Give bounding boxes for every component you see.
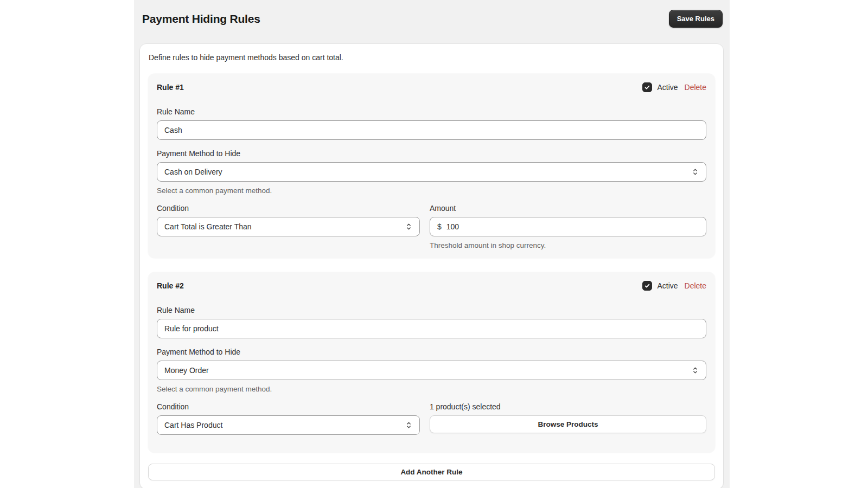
chevron-up-down-icon — [405, 223, 412, 230]
rule-1-name-field: Rule Name — [157, 107, 706, 140]
rule-2-title: Rule #2 — [157, 281, 184, 290]
rule-1-amount-helper: Threshold amount in shop currency. — [430, 241, 706, 249]
rule-1-amount-label: Amount — [430, 204, 706, 213]
add-another-rule-button[interactable]: Add Another Rule — [148, 464, 715, 480]
rule-1-condition-value: Cart Total is Greater Than — [164, 222, 252, 231]
rule-2-condition-row: Condition Cart Has Product 1 product(s) … — [157, 402, 706, 444]
rule-2-active-label: Active — [657, 281, 678, 290]
chevron-up-down-icon — [692, 168, 699, 176]
rule-2-active-checkbox[interactable] — [642, 281, 652, 291]
rule-card-2: Rule #2 Active Delete Rule Name Payment … — [148, 272, 715, 453]
checkmark-icon — [644, 84, 650, 91]
rule-2-products-field: 1 product(s) selected Browse Products — [430, 402, 706, 433]
rule-2-condition-value: Cart Has Product — [164, 421, 222, 429]
rule-1-header: Rule #1 Active Delete — [157, 82, 706, 92]
rule-1-payment-label: Payment Method to Hide — [157, 149, 706, 158]
save-rules-button[interactable]: Save Rules — [669, 10, 723, 28]
page-header: Payment Hiding Rules Save Rules — [140, 9, 723, 28]
rule-1-active-checkbox[interactable] — [642, 82, 652, 92]
rule-1-condition-label: Condition — [157, 204, 420, 213]
rule-2-condition-select[interactable]: Cart Has Product — [157, 415, 420, 435]
rule-2-payment-value: Money Order — [164, 366, 209, 375]
rule-1-amount-input[interactable]: $ 100 — [430, 217, 706, 236]
rule-1-name-input[interactable] — [157, 120, 706, 140]
rule-1-payment-helper: Select a common payment method. — [157, 187, 706, 195]
rule-1-amount-value: 100 — [446, 222, 459, 231]
rule-2-name-field: Rule Name — [157, 306, 706, 338]
rule-1-amount-field: Amount $ 100 Threshold amount in shop cu… — [430, 204, 706, 249]
rule-2-condition-field: Condition Cart Has Product — [157, 402, 420, 435]
page-description: Define rules to hide payment methods bas… — [148, 52, 715, 63]
chevron-up-down-icon — [692, 367, 699, 374]
rule-1-active-label: Active — [657, 83, 678, 92]
page-title: Payment Hiding Rules — [142, 12, 260, 25]
rule-2-payment-field: Payment Method to Hide Money Order Selec… — [157, 348, 706, 393]
rule-2-actions: Active Delete — [642, 281, 706, 291]
rule-2-header: Rule #2 Active Delete — [157, 281, 706, 291]
rule-2-name-label: Rule Name — [157, 306, 706, 314]
browse-products-button[interactable]: Browse Products — [430, 415, 706, 433]
rule-2-delete-link[interactable]: Delete — [685, 281, 706, 290]
rule-1-delete-link[interactable]: Delete — [685, 83, 706, 92]
rule-1-condition-select[interactable]: Cart Total is Greater Than — [157, 217, 420, 236]
rule-2-payment-label: Payment Method to Hide — [157, 348, 706, 356]
rule-1-payment-field: Payment Method to Hide Cash on Delivery … — [157, 149, 706, 195]
rule-1-condition-field: Condition Cart Total is Greater Than — [157, 204, 420, 236]
currency-prefix: $ — [437, 222, 442, 231]
rule-2-products-selected-label: 1 product(s) selected — [430, 402, 706, 411]
checkmark-icon — [644, 282, 650, 289]
rule-1-condition-row: Condition Cart Total is Greater Than Amo… — [157, 204, 706, 249]
rule-1-payment-select[interactable]: Cash on Delivery — [157, 162, 706, 182]
rule-1-actions: Active Delete — [642, 82, 706, 92]
rule-2-condition-label: Condition — [157, 402, 420, 411]
rule-2-payment-helper: Select a common payment method. — [157, 385, 706, 393]
rule-card-1: Rule #1 Active Delete Rule Name Payment … — [148, 74, 715, 258]
rule-2-payment-select[interactable]: Money Order — [157, 361, 706, 380]
rules-card: Define rules to hide payment methods bas… — [140, 44, 723, 488]
rule-1-name-label: Rule Name — [157, 107, 706, 116]
chevron-up-down-icon — [405, 421, 412, 429]
rule-2-name-input[interactable] — [157, 319, 706, 338]
rule-1-payment-value: Cash on Delivery — [164, 168, 222, 176]
rule-1-title: Rule #1 — [157, 83, 184, 92]
content-column: Payment Hiding Rules Save Rules Define r… — [134, 0, 730, 488]
